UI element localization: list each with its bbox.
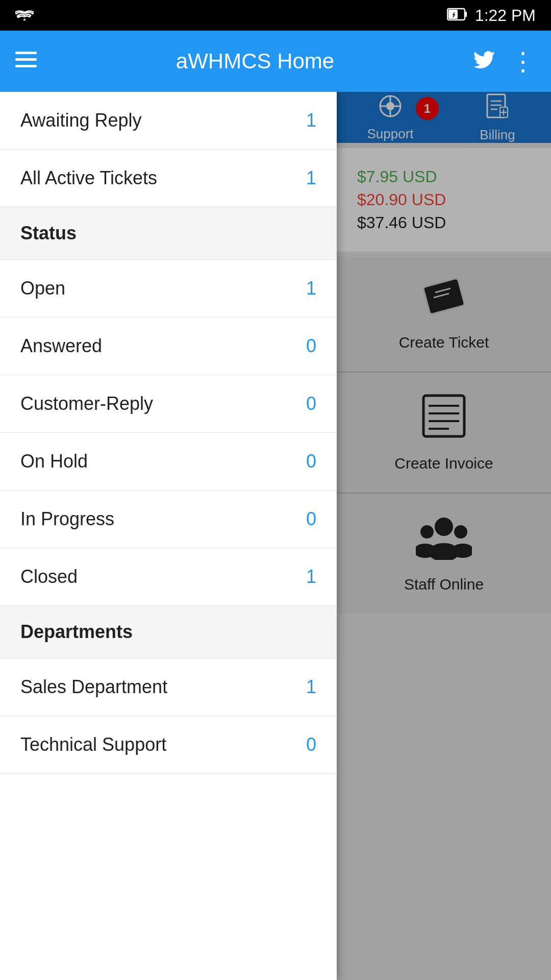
- wifi-icon: [15, 6, 34, 25]
- menu-item-sales-department[interactable]: Sales Department 1: [0, 658, 337, 716]
- svg-rect-6: [15, 65, 37, 67]
- customer-reply-label: Customer-Reply: [20, 393, 153, 414]
- status-bar-left: [15, 6, 34, 25]
- status-bar-right: 1:22 PM: [447, 6, 536, 25]
- hamburger-icon[interactable]: [15, 51, 37, 72]
- menu-item-awaiting-reply[interactable]: Awaiting Reply 1: [0, 92, 337, 150]
- sales-department-label: Sales Department: [20, 676, 167, 698]
- svg-rect-5: [15, 58, 37, 61]
- answered-label: Answered: [20, 335, 102, 357]
- more-options-icon[interactable]: ⋮: [510, 48, 536, 74]
- status-bar: 1:22 PM: [0, 0, 551, 31]
- menu-item-in-progress[interactable]: In Progress 0: [0, 491, 337, 548]
- awaiting-reply-label: Awaiting Reply: [20, 110, 141, 131]
- menu-item-open[interactable]: Open 1: [0, 260, 337, 317]
- status-section-title: Status: [20, 223, 77, 243]
- all-active-tickets-label: All Active Tickets: [20, 167, 157, 189]
- departments-section-title: Departments: [20, 621, 133, 642]
- drawer-menu: Awaiting Reply 1 All Active Tickets 1 St…: [0, 92, 337, 980]
- technical-support-count: 0: [306, 734, 316, 755]
- svg-rect-2: [465, 12, 467, 17]
- status-section-header: Status: [0, 207, 337, 260]
- menu-item-answered[interactable]: Answered 0: [0, 317, 337, 375]
- status-bar-time: 1:22 PM: [475, 6, 536, 25]
- app-bar-actions: ⋮: [473, 48, 536, 74]
- closed-label: Closed: [20, 566, 78, 587]
- in-progress-label: In Progress: [20, 508, 114, 530]
- menu-item-closed[interactable]: Closed 1: [0, 548, 337, 606]
- twitter-icon[interactable]: [473, 51, 495, 71]
- menu-item-on-hold[interactable]: On Hold 0: [0, 433, 337, 491]
- on-hold-label: On Hold: [20, 451, 88, 472]
- open-label: Open: [20, 278, 65, 299]
- drawer-overlay[interactable]: [337, 92, 551, 980]
- departments-section-header: Departments: [0, 606, 337, 658]
- technical-support-label: Technical Support: [20, 734, 166, 755]
- app-bar: aWHMCS Home ⋮: [0, 31, 551, 92]
- awaiting-reply-count: 1: [306, 110, 316, 131]
- battery-icon: [447, 8, 467, 23]
- open-count: 1: [306, 278, 316, 299]
- answered-count: 0: [306, 335, 316, 357]
- all-active-tickets-count: 1: [306, 167, 316, 189]
- on-hold-count: 0: [306, 451, 316, 472]
- main-content: Awaiting Reply 1 All Active Tickets 1 St…: [0, 92, 551, 980]
- closed-count: 1: [306, 566, 316, 587]
- in-progress-count: 0: [306, 508, 316, 530]
- menu-item-customer-reply[interactable]: Customer-Reply 0: [0, 375, 337, 433]
- sales-department-count: 1: [306, 676, 316, 698]
- svg-rect-4: [15, 52, 37, 54]
- customer-reply-count: 0: [306, 393, 316, 414]
- menu-item-technical-support[interactable]: Technical Support 0: [0, 716, 337, 774]
- app-bar-title: aWHMCS Home: [37, 49, 473, 74]
- svg-point-0: [17, 15, 20, 18]
- menu-item-all-active-tickets[interactable]: All Active Tickets 1: [0, 150, 337, 207]
